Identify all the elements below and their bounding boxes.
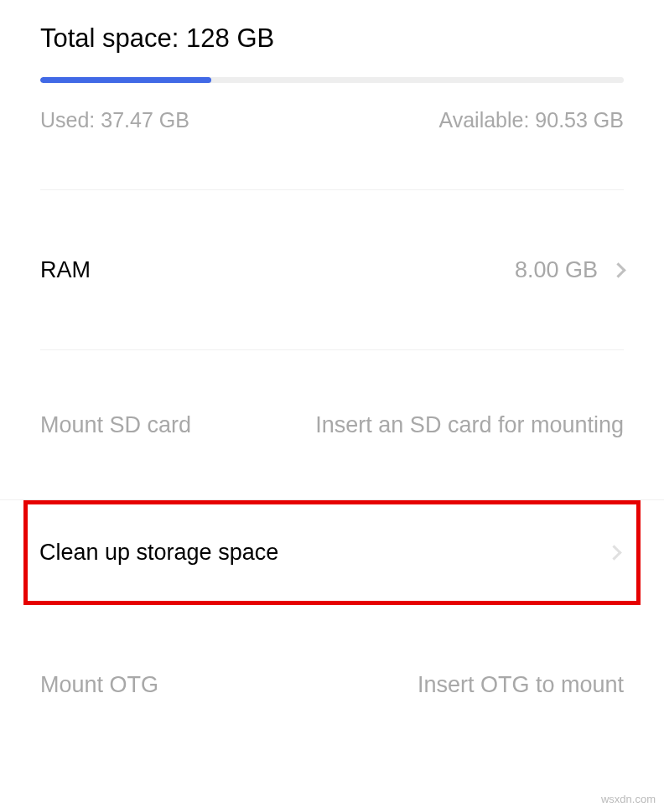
mount-otg-desc: Insert OTG to mount <box>418 672 624 698</box>
total-space-section: Total space: 128 GB Used: 37.47 GB Avail… <box>0 0 664 132</box>
available-space-label: Available: 90.53 GB <box>438 108 624 132</box>
cleanup-storage-row[interactable]: Clean up storage space <box>28 504 636 601</box>
watermark-text: wsxdn.com <box>601 793 656 805</box>
storage-progress-fill <box>40 77 211 83</box>
chevron-right-icon <box>606 545 621 560</box>
cleanup-highlight-box: Clean up storage space <box>23 500 641 605</box>
storage-settings-screen: Total space: 128 GB Used: 37.47 GB Avail… <box>0 0 664 764</box>
mount-otg-label: Mount OTG <box>40 672 158 698</box>
space-stats: Used: 37.47 GB Available: 90.53 GB <box>40 108 624 132</box>
mount-sd-card-desc: Insert an SD card for mounting <box>315 412 624 438</box>
ram-row[interactable]: RAM 8.00 GB <box>0 190 664 349</box>
ram-label: RAM <box>40 257 91 283</box>
ram-right: 8.00 GB <box>515 257 624 283</box>
mount-sd-card-label: Mount SD card <box>40 412 191 438</box>
chevron-right-icon <box>610 262 625 277</box>
mount-otg-row: Mount OTG Insert OTG to mount <box>0 605 664 764</box>
mount-sd-card-row: Mount SD card Insert an SD card for moun… <box>0 350 664 499</box>
ram-value: 8.00 GB <box>515 257 598 283</box>
cleanup-storage-label: Clean up storage space <box>39 540 278 566</box>
storage-progress-bar <box>40 77 624 83</box>
used-space-label: Used: 37.47 GB <box>40 108 189 132</box>
total-space-title: Total space: 128 GB <box>40 23 624 54</box>
